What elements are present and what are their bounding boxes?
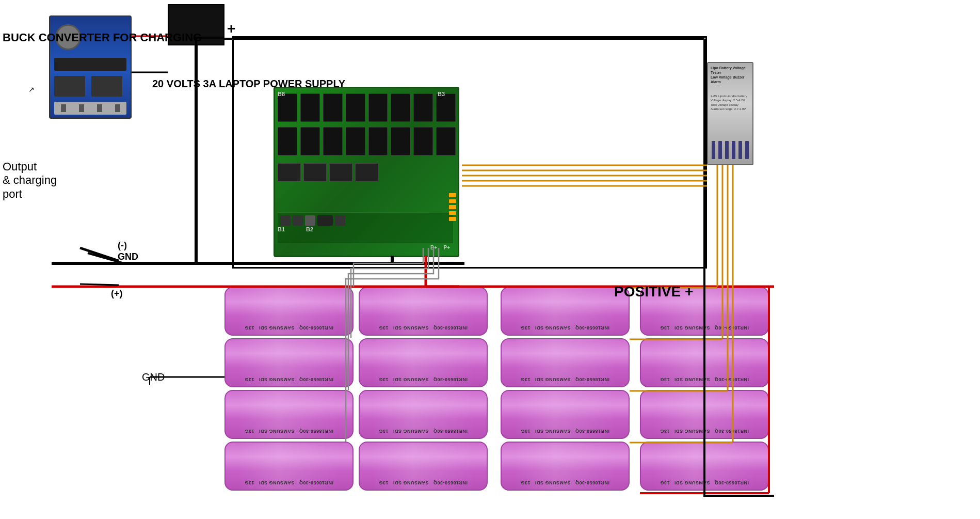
output-label: Output& chargingport [3,160,57,201]
battery-4-2: INR18650-30Q SAMSUNG SDI 13G [640,338,769,387]
battery-2-1: INR18650-30Q SAMSUNG SDI 13G [359,287,488,336]
battery-tester: Lipo Battery Voltage TesterLow Voltage B… [707,62,753,165]
arrow-indicator: ↗ [28,85,35,93]
battery-label: INR18650-30Q SAMSUNG SDI 13G [521,429,609,434]
battery-label: INR18650-30Q SAMSUNG SDI 13G [660,377,749,382]
battery-3-4: INR18650-30Q SAMSUNG SDI 13G [501,442,630,491]
diagram-container: + [0,0,980,519]
minus-gnd-label: (-)GND [118,240,138,262]
gnd-bottom-label: GND [142,371,165,383]
battery-label: INR18650-30Q SAMSUNG SDI 13G [379,325,468,331]
battery-2-3: INR18650-30Q SAMSUNG SDI 13G [359,390,488,439]
battery-label: INR18650-30Q SAMSUNG SDI 13G [521,325,609,331]
battery-3-1: INR18650-30Q SAMSUNG SDI 13G [501,287,630,336]
bms-board: B8 B3 B1 B2 P+ B+ [274,87,459,257]
battery-1-3: INR18650-30Q SAMSUNG SDI 13G [224,390,354,439]
battery-1-2: INR18650-30Q SAMSUNG SDI 13G [224,338,354,387]
battery-3-2: INR18650-30Q SAMSUNG SDI 13G [501,338,630,387]
battery-label: INR18650-30Q SAMSUNG SDI 13G [245,480,333,485]
battery-label: INR18650-30Q SAMSUNG SDI 13G [379,429,468,434]
battery-label: INR18650-30Q SAMSUNG SDI 13G [379,480,468,485]
battery-label: INR18650-30Q SAMSUNG SDI 13G [379,377,468,382]
battery-label: INR18650-30Q SAMSUNG SDI 13G [660,325,749,331]
battery-2-4: INR18650-30Q SAMSUNG SDI 13G [359,442,488,491]
battery-4-4: INR18650-30Q SAMSUNG SDI 13G [640,442,769,491]
battery-1-4: INR18650-30Q SAMSUNG SDI 13G [224,442,354,491]
battery-label: INR18650-30Q SAMSUNG SDI 13G [245,377,333,382]
battery-2-2: INR18650-30Q SAMSUNG SDI 13G [359,338,488,387]
battery-label: INR18650-30Q SAMSUNG SDI 13G [660,480,749,485]
battery-1-1: INR18650-30Q SAMSUNG SDI 13G [224,287,354,336]
battery-label: INR18650-30Q SAMSUNG SDI 13G [660,429,749,434]
battery-label: INR18650-30Q SAMSUNG SDI 13G [245,429,333,434]
positive-label: POSITIVE + [614,283,693,301]
battery-label: INR18650-30Q SAMSUNG SDI 13G [521,377,609,382]
buck-converter-label: BUCK CONVERTER FOR CHARGING [3,31,202,44]
battery-4-3: INR18650-30Q SAMSUNG SDI 13G [640,390,769,439]
plus-label: (+) [111,288,123,300]
battery-label: INR18650-30Q SAMSUNG SDI 13G [521,480,609,485]
plus-sign: + [227,21,235,37]
battery-label: INR18650-30Q SAMSUNG SDI 13G [245,325,333,331]
battery-3-3: INR18650-30Q SAMSUNG SDI 13G [501,390,630,439]
volts-label: 20 VOLTS 3A LAPTOP POWER SUPPLY [152,77,345,90]
